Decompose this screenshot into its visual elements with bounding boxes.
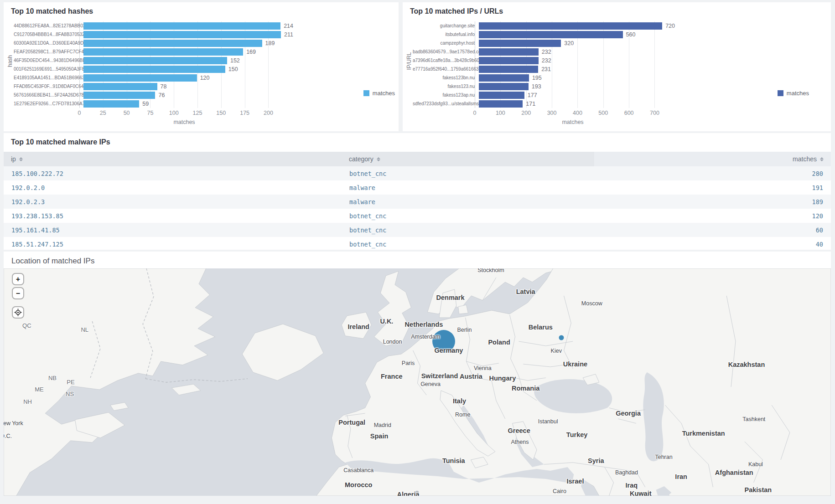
x-tick-label: 50 bbox=[124, 110, 130, 116]
cell-matches[interactable]: 280 bbox=[594, 170, 831, 177]
map-label-vienna: Vienna bbox=[474, 365, 492, 371]
category-label: FEAF2058298C1...B79AFFC7CF4DF bbox=[14, 49, 83, 54]
category-label: E4189105AA1451...BDA51B69663F8 bbox=[14, 75, 83, 80]
cell-ip[interactable]: 185.51.247.125 bbox=[4, 241, 343, 248]
bar[interactable] bbox=[479, 74, 529, 82]
category-label: 44D88612FEA8A...82E1278ABB02F bbox=[14, 23, 83, 28]
map-zoom-out-button[interactable]: − bbox=[12, 287, 24, 299]
bar[interactable] bbox=[83, 100, 139, 108]
map-label-france: France bbox=[381, 373, 403, 380]
category-label: 46F35D0EDC454...94381D6496BD1 bbox=[14, 58, 83, 63]
x-tick-label: 150 bbox=[216, 110, 226, 116]
malware-ips-table: ipcategorymatches185.100.222.72botnet_cn… bbox=[4, 152, 831, 251]
chart-plot-area: guitarchange.site720itsbutefual.info560c… bbox=[403, 21, 831, 108]
bar[interactable] bbox=[479, 83, 529, 90]
bar[interactable] bbox=[479, 31, 623, 38]
bar-value-label: 59 bbox=[142, 101, 149, 107]
bar[interactable] bbox=[83, 92, 155, 99]
cell-ip[interactable]: 192.0.2.0 bbox=[4, 184, 343, 191]
match-bubble-small[interactable] bbox=[559, 335, 564, 340]
bar[interactable] bbox=[83, 57, 227, 64]
bar[interactable] bbox=[479, 66, 538, 73]
dashboard-page: Top 10 matched hashes 44D88612FEA8A...82… bbox=[0, 0, 835, 504]
sort-asc-arrow bbox=[19, 157, 23, 159]
bar[interactable] bbox=[479, 100, 523, 108]
bar[interactable] bbox=[83, 40, 262, 47]
map-label-athens: Athens bbox=[511, 439, 529, 445]
bar[interactable] bbox=[479, 57, 539, 64]
chart-row: 60300A92E1D0A...D360EE40A9DC1189 bbox=[4, 39, 399, 47]
cell-ip[interactable]: 193.238.153.85 bbox=[4, 212, 343, 220]
bar[interactable] bbox=[479, 92, 524, 99]
panel-title-hashes: Top 10 matched hashes bbox=[4, 2, 399, 15]
sort-icon bbox=[377, 157, 380, 161]
x-axis-ticks: 0255075100125150175200 bbox=[79, 110, 289, 118]
map-label-moscow: Moscow bbox=[581, 300, 602, 307]
cell-matches[interactable]: 60 bbox=[594, 226, 831, 234]
bar-track: 152 bbox=[83, 57, 293, 64]
cell-matches[interactable]: 191 bbox=[594, 184, 831, 191]
map-label-cairo: Cairo bbox=[553, 488, 566, 494]
bar[interactable] bbox=[83, 74, 197, 82]
map-label-iraq: Iraq bbox=[626, 482, 638, 489]
map-label-tehran: Tehran bbox=[655, 454, 672, 460]
chart-row: sdfed7233dsfg93...u/steallallsms.php171 bbox=[403, 99, 831, 108]
bar-value-label: 193 bbox=[532, 83, 541, 90]
cell-category[interactable]: botnet_cnc bbox=[343, 241, 594, 248]
chart-row: 44D88612FEA8A...82E1278ABB02F214 bbox=[4, 21, 399, 30]
bar[interactable] bbox=[83, 83, 157, 90]
cell-category[interactable]: botnet_cnc bbox=[343, 226, 594, 234]
category-label: badb863604579...9ae17578ed.com bbox=[413, 49, 479, 54]
x-tick-label: 300 bbox=[547, 110, 557, 116]
chart-row: itsbutefual.info560 bbox=[403, 30, 831, 39]
cell-category[interactable]: botnet_cnc bbox=[343, 212, 594, 220]
cell-matches[interactable]: 120 bbox=[594, 212, 831, 220]
region-map-canvas[interactable]: + − StockholmDenmarkLatviaMoscowBelarusU… bbox=[4, 268, 831, 496]
cell-ip[interactable]: 192.0.2.3 bbox=[4, 198, 343, 206]
map-locate-button[interactable] bbox=[12, 306, 24, 319]
x-tick-label: 100 bbox=[169, 110, 179, 116]
cell-category[interactable]: malware bbox=[343, 184, 594, 191]
chart-row: badb863604579...9ae17578ed.com232 bbox=[403, 47, 831, 56]
map-label-poland: Poland bbox=[488, 339, 510, 346]
bar[interactable] bbox=[479, 40, 561, 47]
map-label-istanbul: Istanbul bbox=[538, 418, 558, 425]
sort-icon bbox=[820, 157, 824, 161]
map-label-nb: NB bbox=[48, 375, 57, 381]
chart-row: 1E279E2EF9266...C7FD781306A7359 bbox=[4, 99, 399, 108]
bar[interactable] bbox=[83, 66, 225, 73]
category-label: 001F6251169E691...5495050A3FB8D bbox=[14, 67, 83, 72]
bar[interactable] bbox=[83, 31, 281, 38]
bar[interactable] bbox=[83, 48, 243, 56]
map-label-me: ME bbox=[35, 386, 44, 392]
column-header-category[interactable]: category bbox=[343, 152, 594, 166]
column-header-label: ip bbox=[11, 155, 16, 163]
cell-category[interactable]: botnet_cnc bbox=[343, 170, 594, 177]
column-header-matches[interactable]: matches bbox=[594, 152, 831, 166]
chart-row: fakess123ap.nu177 bbox=[403, 91, 831, 99]
table-header-row: ipcategorymatches bbox=[4, 152, 831, 166]
map-label-tunisia: Tunisia bbox=[442, 457, 465, 464]
bar[interactable] bbox=[83, 22, 280, 30]
category-label: fakess123bn.nu bbox=[413, 75, 479, 80]
map-label-new-york: New York bbox=[4, 420, 23, 427]
map-label-amsterdam: Amsterdam bbox=[411, 334, 440, 340]
table-row: 185.51.247.125botnet_cnc40 bbox=[4, 237, 831, 251]
cell-ip[interactable]: 195.161.41.85 bbox=[4, 226, 343, 234]
cell-matches[interactable]: 40 bbox=[594, 241, 831, 248]
chart-row: fakess123.nu193 bbox=[403, 82, 831, 91]
bar-value-label: 152 bbox=[230, 57, 240, 64]
map-label-switzerland: Switzerland bbox=[421, 372, 458, 380]
map-label-syria: Syria bbox=[588, 457, 604, 464]
x-axis-title: matches bbox=[79, 119, 289, 125]
cell-matches[interactable]: 189 bbox=[594, 198, 831, 206]
map-zoom-in-button[interactable]: + bbox=[12, 273, 24, 285]
cell-ip[interactable]: 185.100.222.72 bbox=[4, 170, 343, 177]
sort-desc-arrow bbox=[19, 159, 23, 161]
column-header-ip[interactable]: ip bbox=[4, 152, 343, 166]
chart-row: a7396d61caffe18a...3b428c9b60.com232 bbox=[403, 56, 831, 65]
bar[interactable] bbox=[479, 22, 662, 30]
bar[interactable] bbox=[479, 48, 539, 56]
hashes-bar-chart: 44D88612FEA8A...82E1278ABB02F214C912705B… bbox=[4, 21, 399, 125]
cell-category[interactable]: malware bbox=[343, 198, 594, 206]
